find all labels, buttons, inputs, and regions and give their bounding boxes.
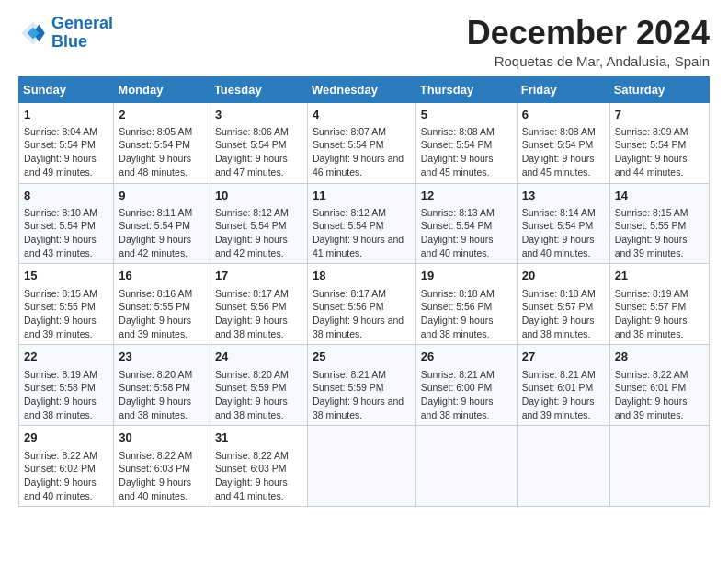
- calendar-cell: 17Sunrise: 8:17 AMSunset: 5:56 PMDayligh…: [210, 264, 307, 345]
- header-sunday: Sunday: [19, 76, 114, 102]
- daylight: Daylight: 9 hours and 46 minutes.: [313, 153, 404, 178]
- day-number: 9: [119, 188, 205, 204]
- header-thursday: Thursday: [415, 76, 517, 102]
- daylight: Daylight: 9 hours and 48 minutes.: [119, 153, 191, 178]
- day-number: 16: [119, 268, 205, 284]
- sunrise: Sunrise: 8:06 AM: [215, 126, 289, 137]
- sunrise: Sunrise: 8:22 AM: [24, 450, 97, 461]
- sunset: Sunset: 5:58 PM: [24, 382, 96, 393]
- sunset: Sunset: 5:58 PM: [119, 382, 190, 393]
- daylight: Daylight: 9 hours and 38 minutes.: [421, 396, 494, 420]
- header-tuesday: Tuesday: [210, 76, 307, 102]
- daylight: Daylight: 9 hours and 38 minutes.: [215, 315, 288, 339]
- sunset: Sunset: 5:55 PM: [24, 301, 96, 312]
- subtitle: Roquetas de Mar, Andalusia, Spain: [467, 53, 710, 69]
- sunrise: Sunrise: 8:19 AM: [615, 288, 688, 299]
- sunset: Sunset: 5:54 PM: [615, 139, 687, 150]
- day-number: 10: [215, 188, 302, 204]
- daylight: Daylight: 9 hours and 42 minutes.: [215, 234, 288, 259]
- day-number: 30: [119, 430, 205, 446]
- calendar-cell: 8Sunrise: 8:10 AMSunset: 5:54 PMDaylight…: [19, 183, 114, 264]
- day-number: 25: [313, 349, 411, 365]
- calendar-cell: 5Sunrise: 8:08 AMSunset: 5:54 PMDaylight…: [415, 102, 517, 183]
- sunset: Sunset: 5:54 PM: [215, 220, 287, 231]
- calendar-cell: 13Sunrise: 8:14 AMSunset: 5:54 PMDayligh…: [517, 183, 609, 264]
- calendar-cell: 2Sunrise: 8:05 AMSunset: 5:54 PMDaylight…: [114, 102, 210, 183]
- sunset: Sunset: 5:54 PM: [522, 139, 594, 150]
- day-number: 21: [615, 268, 704, 284]
- sunrise: Sunrise: 8:08 AM: [421, 126, 495, 137]
- day-number: 3: [215, 107, 302, 123]
- sunrise: Sunrise: 8:12 AM: [215, 207, 289, 218]
- header-wednesday: Wednesday: [307, 76, 415, 102]
- sunrise: Sunrise: 8:22 AM: [615, 369, 688, 380]
- sunset: Sunset: 5:56 PM: [421, 301, 493, 312]
- calendar-cell: 20Sunrise: 8:18 AMSunset: 5:57 PMDayligh…: [517, 264, 609, 345]
- sunrise: Sunrise: 8:14 AM: [522, 207, 596, 218]
- sunset: Sunset: 5:54 PM: [24, 139, 96, 150]
- sunrise: Sunrise: 8:15 AM: [615, 207, 688, 218]
- day-number: 22: [24, 349, 108, 365]
- sunrise: Sunrise: 8:12 AM: [313, 207, 386, 218]
- sunrise: Sunrise: 8:17 AM: [215, 288, 289, 299]
- calendar-cell: 21Sunrise: 8:19 AMSunset: 5:57 PMDayligh…: [609, 264, 709, 345]
- calendar-cell: 11Sunrise: 8:12 AMSunset: 5:54 PMDayligh…: [307, 183, 415, 264]
- calendar-cell: 28Sunrise: 8:22 AMSunset: 6:01 PMDayligh…: [609, 345, 709, 426]
- day-number: 31: [215, 430, 302, 446]
- day-number: 27: [522, 349, 605, 365]
- sunrise: Sunrise: 8:05 AM: [119, 126, 192, 137]
- day-number: 20: [522, 268, 605, 284]
- daylight: Daylight: 9 hours and 39 minutes.: [522, 396, 595, 420]
- sunset: Sunset: 5:56 PM: [215, 301, 287, 312]
- sunrise: Sunrise: 8:18 AM: [421, 288, 495, 299]
- week-row-1: 1Sunrise: 8:04 AMSunset: 5:54 PMDaylight…: [19, 102, 710, 183]
- daylight: Daylight: 9 hours and 40 minutes.: [119, 477, 191, 501]
- daylight: Daylight: 9 hours and 39 minutes.: [119, 315, 191, 339]
- day-number: 23: [119, 349, 205, 365]
- week-row-3: 15Sunrise: 8:15 AMSunset: 5:55 PMDayligh…: [19, 264, 710, 345]
- calendar-cell: 31Sunrise: 8:22 AMSunset: 6:03 PMDayligh…: [210, 426, 307, 507]
- logo-icon: [18, 18, 48, 48]
- daylight: Daylight: 9 hours and 41 minutes.: [215, 477, 288, 501]
- daylight: Daylight: 9 hours and 40 minutes.: [421, 234, 494, 259]
- day-number: 2: [119, 107, 205, 123]
- day-number: 18: [313, 268, 411, 284]
- daylight: Daylight: 9 hours and 40 minutes.: [522, 234, 595, 259]
- daylight: Daylight: 9 hours and 39 minutes.: [615, 234, 688, 259]
- sunset: Sunset: 5:55 PM: [119, 301, 190, 312]
- calendar-cell: 9Sunrise: 8:11 AMSunset: 5:54 PMDaylight…: [114, 183, 210, 264]
- week-row-4: 22Sunrise: 8:19 AMSunset: 5:58 PMDayligh…: [19, 345, 710, 426]
- sunrise: Sunrise: 8:04 AM: [24, 126, 97, 137]
- sunset: Sunset: 6:00 PM: [421, 382, 493, 393]
- logo-general: General: [51, 14, 113, 32]
- daylight: Daylight: 9 hours and 41 minutes.: [313, 234, 404, 259]
- day-number: 26: [421, 349, 512, 365]
- sunrise: Sunrise: 8:21 AM: [421, 369, 495, 380]
- sunset: Sunset: 5:56 PM: [313, 301, 384, 312]
- calendar-cell: 10Sunrise: 8:12 AMSunset: 5:54 PMDayligh…: [210, 183, 307, 264]
- logo: General Blue: [18, 15, 113, 52]
- header: General Blue December 2024 Roquetas de M…: [18, 15, 710, 69]
- day-number: 29: [24, 430, 108, 446]
- day-number: 13: [522, 188, 605, 204]
- week-row-2: 8Sunrise: 8:10 AMSunset: 5:54 PMDaylight…: [19, 183, 710, 264]
- daylight: Daylight: 9 hours and 38 minutes.: [119, 396, 191, 420]
- sunset: Sunset: 5:54 PM: [24, 220, 96, 231]
- calendar-cell: 25Sunrise: 8:21 AMSunset: 5:59 PMDayligh…: [307, 345, 415, 426]
- logo-blue: Blue: [51, 33, 113, 52]
- calendar-cell: 22Sunrise: 8:19 AMSunset: 5:58 PMDayligh…: [19, 345, 114, 426]
- calendar-cell: 23Sunrise: 8:20 AMSunset: 5:58 PMDayligh…: [114, 345, 210, 426]
- daylight: Daylight: 9 hours and 38 minutes.: [24, 396, 97, 420]
- calendar-cell: 16Sunrise: 8:16 AMSunset: 5:55 PMDayligh…: [114, 264, 210, 345]
- calendar-cell: 7Sunrise: 8:09 AMSunset: 5:54 PMDaylight…: [609, 102, 709, 183]
- sunrise: Sunrise: 8:20 AM: [215, 369, 289, 380]
- sunset: Sunset: 5:55 PM: [615, 220, 687, 231]
- daylight: Daylight: 9 hours and 42 minutes.: [119, 234, 191, 259]
- calendar-header-row: SundayMondayTuesdayWednesdayThursdayFrid…: [19, 76, 710, 102]
- sunrise: Sunrise: 8:22 AM: [119, 450, 192, 461]
- sunset: Sunset: 5:54 PM: [421, 220, 493, 231]
- daylight: Daylight: 9 hours and 43 minutes.: [24, 234, 97, 259]
- title-area: December 2024 Roquetas de Mar, Andalusia…: [467, 15, 710, 69]
- sunrise: Sunrise: 8:15 AM: [24, 288, 97, 299]
- sunrise: Sunrise: 8:08 AM: [522, 126, 596, 137]
